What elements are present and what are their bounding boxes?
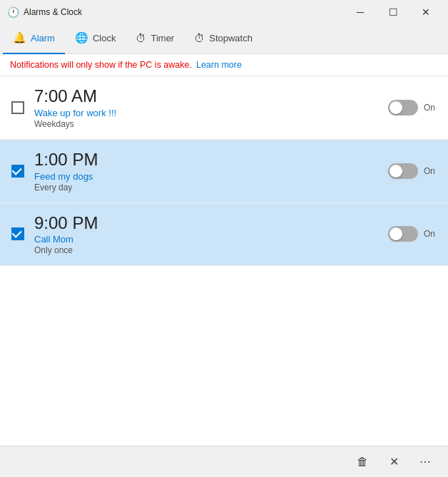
alarm-list: 7:00 AM Wake up for work !!! Weekdays On… <box>0 76 448 446</box>
toggle-knob-3 <box>390 227 402 240</box>
alarm-item-3[interactable]: 9:00 PM Call Mom Only once On <box>0 203 448 267</box>
content-spacer <box>0 266 448 446</box>
alarm-checkbox-1[interactable] <box>11 101 24 114</box>
title-bar-left: 🕐 Alarms & Clock <box>7 6 82 18</box>
delete-button[interactable]: 🗑 <box>348 449 377 475</box>
alarm-toggle-2[interactable] <box>388 163 418 179</box>
notification-bar: Notifications will only show if the PC i… <box>0 54 448 76</box>
toggle-label-1: On <box>424 103 437 113</box>
tab-stopwatch[interactable]: ⏱ Stopwatch <box>184 24 263 54</box>
app-title: Alarms & Clock <box>24 7 82 17</box>
clock-tab-icon: 🌐 <box>75 31 88 44</box>
alarm-time-3: 9:00 PM <box>34 213 388 234</box>
nav-tabs: 🔔 Alarm 🌐 Clock ⏱ Timer ⏱ Stopwatch <box>0 23 448 54</box>
dismiss-button[interactable]: ✕ <box>380 449 408 475</box>
bottom-toolbar: 🗑 ✕ ⋯ <box>0 446 448 477</box>
alarm-checkbox-2[interactable] <box>11 165 24 178</box>
alarm-repeat-2: Every day <box>34 183 388 193</box>
delete-icon: 🗑 <box>357 456 368 468</box>
alarm-time-2: 1:00 PM <box>34 150 388 170</box>
title-bar: 🕐 Alarms & Clock ─ ☐ ✕ <box>0 0 448 23</box>
toggle-label-2: On <box>424 166 437 176</box>
toggle-label-3: On <box>424 229 437 239</box>
window-controls: ─ ☐ ✕ <box>344 1 442 24</box>
stopwatch-tab-label: Stopwatch <box>209 33 253 43</box>
timer-tab-label: Timer <box>151 33 174 43</box>
maximize-button[interactable]: ☐ <box>377 1 409 24</box>
alarm-toggle-3[interactable] <box>388 226 418 242</box>
alarm-toggle-area-3: On <box>388 226 437 242</box>
alarm-label-3: Call Mom <box>34 234 388 245</box>
alarm-toggle-area-2: On <box>388 163 437 179</box>
alarm-repeat-3: Only once <box>34 245 388 255</box>
alarm-info-2: 1:00 PM Feed my dogs Every day <box>34 150 388 193</box>
close-button[interactable]: ✕ <box>409 1 442 24</box>
alarm-repeat-1: Weekdays <box>34 119 388 129</box>
timer-tab-icon: ⏱ <box>136 32 146 44</box>
alarm-time-1: 7:00 AM <box>34 86 388 107</box>
more-button[interactable]: ⋯ <box>411 449 439 475</box>
app-icon: 🕐 <box>7 6 19 18</box>
alarm-tab-icon: 🔔 <box>13 31 26 44</box>
notification-text: Notifications will only show if the PC i… <box>10 60 192 70</box>
stopwatch-tab-icon: ⏱ <box>194 32 205 44</box>
alarm-label-1: Wake up for work !!! <box>34 108 388 118</box>
alarm-checkbox-3[interactable] <box>11 227 24 240</box>
close-icon: ✕ <box>390 455 399 468</box>
minimize-button[interactable]: ─ <box>344 1 377 24</box>
alarm-info-3: 9:00 PM Call Mom Only once <box>34 213 388 256</box>
alarm-info-1: 7:00 AM Wake up for work !!! Weekdays <box>34 86 388 129</box>
learn-more-link[interactable]: Learn more <box>196 60 242 70</box>
more-icon: ⋯ <box>419 455 431 468</box>
alarm-toggle-area-1: On <box>388 100 437 116</box>
alarm-item-1[interactable]: 7:00 AM Wake up for work !!! Weekdays On <box>0 76 448 140</box>
clock-tab-label: Clock <box>93 33 116 43</box>
alarm-label-2: Feed my dogs <box>34 171 388 182</box>
tab-alarm[interactable]: 🔔 Alarm <box>3 24 65 54</box>
tab-clock[interactable]: 🌐 Clock <box>65 24 126 54</box>
alarm-toggle-1[interactable] <box>388 100 418 116</box>
alarm-item-2[interactable]: 1:00 PM Feed my dogs Every day On <box>0 140 448 203</box>
toggle-knob-2 <box>390 165 402 178</box>
alarm-tab-label: Alarm <box>31 33 55 43</box>
toggle-knob-1 <box>390 101 402 114</box>
tab-timer[interactable]: ⏱ Timer <box>126 24 184 54</box>
